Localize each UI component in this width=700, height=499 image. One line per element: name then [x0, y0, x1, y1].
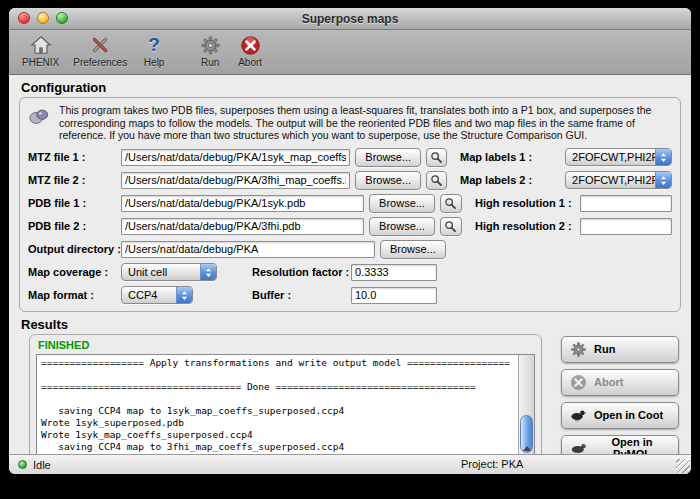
zoom-button[interactable]	[56, 12, 68, 24]
pdb-file-1-label: PDB file 1 :	[28, 197, 116, 209]
console-text: ================== Apply transformations…	[37, 355, 534, 468]
map-coverage-row: Map coverage : Unit cell Resolution fact…	[28, 263, 672, 282]
mtz-file-1-label: MTZ file 1 :	[28, 151, 116, 163]
window-title: Superpose maps	[302, 12, 399, 26]
pdb-file-1-browse-button[interactable]: Browse...	[369, 194, 435, 213]
console-output[interactable]: ================== Apply transformations…	[36, 354, 535, 468]
results-area: FINISHED ================== Apply transf…	[19, 334, 681, 475]
high-resolution-2-input[interactable]	[580, 218, 672, 235]
status-badge: FINISHED	[30, 335, 541, 354]
toolbar-abort-label: Abort	[238, 57, 262, 68]
resolution-factor-label: Resolution factor :	[252, 266, 346, 278]
toolbar-preferences-button[interactable]: Preferences	[66, 32, 134, 69]
magnifier-icon	[430, 174, 443, 187]
mtz-file-2-row: MTZ file 2 : Browse... Map labels 2 : 2F…	[28, 171, 672, 190]
toolbar-run-label: Run	[201, 57, 219, 68]
status-text: Idle	[33, 459, 51, 471]
output-directory-input[interactable]	[121, 241, 375, 258]
app-window: Superpose maps PHENIX Preferences ? Help	[9, 8, 691, 474]
dropdown-arrows-icon	[176, 287, 192, 303]
dropdown-arrows-icon	[200, 264, 216, 280]
high-resolution-1-input[interactable]	[580, 195, 672, 212]
output-directory-label: Output directory :	[28, 243, 116, 255]
resize-grip[interactable]	[676, 459, 690, 473]
close-button[interactable]	[18, 12, 30, 24]
pdb-file-1-row: PDB file 1 : Browse... High resolution 1…	[28, 194, 672, 213]
coot-bird-icon	[570, 407, 587, 424]
abort-button-label: Abort	[594, 376, 623, 388]
map-format-select[interactable]: CCP4	[121, 286, 193, 304]
help-icon: ?	[141, 33, 167, 57]
mtz-file-2-browse-button[interactable]: Browse...	[355, 171, 421, 190]
results-panel: FINISHED ================== Apply transf…	[29, 334, 542, 475]
map-coverage-select[interactable]: Unit cell	[121, 263, 217, 281]
open-in-coot-button[interactable]: Open in Coot	[561, 402, 679, 429]
tools-icon	[87, 33, 113, 57]
mtz-file-2-inspect-button[interactable]	[426, 171, 447, 190]
dropdown-arrows-icon	[655, 149, 671, 165]
magnifier-icon	[444, 220, 457, 233]
status-dot-icon	[18, 460, 27, 469]
toolbar-help-button[interactable]: ? Help	[134, 32, 174, 69]
home-icon	[28, 33, 54, 57]
map-format-row: Map format : CCP4 Buffer :	[28, 286, 672, 305]
configuration-section-title: Configuration	[21, 80, 691, 95]
titlebar[interactable]: Superpose maps	[9, 8, 691, 30]
toolbar: PHENIX Preferences ? Help	[9, 30, 691, 75]
gear-icon	[197, 33, 223, 57]
magnifier-icon	[444, 197, 457, 210]
map-labels-1-select[interactable]: 2FOFCWT,PHI2FOF...	[565, 148, 672, 166]
magnifier-icon	[430, 151, 443, 164]
mtz-file-2-input[interactable]	[121, 172, 350, 189]
pdb-file-2-input[interactable]	[121, 218, 364, 235]
open-in-coot-label: Open in Coot	[594, 409, 663, 421]
scroll-up-icon[interactable]	[523, 446, 531, 451]
map-labels-2-select[interactable]: 2FOFCWT,PHI2FOF...	[565, 171, 672, 189]
high-resolution-2-label: High resolution 2 :	[475, 220, 575, 232]
buffer-label: Buffer :	[252, 289, 346, 301]
results-button-column: Run Abort	[561, 334, 681, 475]
gear-icon	[570, 341, 587, 358]
console-scrollbar[interactable]	[518, 355, 534, 467]
mtz-file-1-row: MTZ file 1 : Browse... Map labels 1 : 2F…	[28, 148, 672, 167]
high-resolution-1-label: High resolution 1 :	[475, 197, 575, 209]
statusbar: Idle Project: PKA	[9, 454, 691, 474]
toolbar-run-button[interactable]: Run	[190, 32, 230, 69]
map-format-label: Map format :	[28, 289, 116, 301]
abort-icon	[570, 374, 587, 391]
toolbar-abort-button[interactable]: Abort	[230, 32, 270, 69]
program-description: This program takes two PDB files, superp…	[59, 104, 671, 142]
run-button[interactable]: Run	[561, 336, 679, 363]
toolbar-phenix-label: PHENIX	[22, 57, 59, 68]
pdb-file-1-inspect-button[interactable]	[440, 194, 462, 213]
map-labels-2-label: Map labels 2 :	[460, 174, 560, 186]
pdb-file-2-label: PDB file 2 :	[28, 220, 116, 232]
pdb-file-2-inspect-button[interactable]	[440, 217, 462, 236]
pdb-file-2-row: PDB file 2 : Browse... High resolution 2…	[28, 217, 672, 236]
results-section-title: Results	[21, 317, 691, 332]
configuration-panel: This program takes two PDB files, superp…	[19, 97, 681, 312]
abort-icon	[237, 33, 263, 57]
mtz-file-1-input[interactable]	[121, 149, 350, 166]
pdb-file-1-input[interactable]	[121, 195, 364, 212]
mtz-file-1-browse-button[interactable]: Browse...	[355, 148, 421, 167]
run-button-label: Run	[594, 343, 615, 355]
mtz-file-1-inspect-button[interactable]	[426, 148, 447, 167]
program-icon	[28, 106, 50, 132]
window-controls	[18, 12, 68, 24]
toolbar-preferences-label: Preferences	[73, 57, 127, 68]
resolution-factor-input[interactable]	[351, 264, 437, 281]
mtz-file-2-label: MTZ file 2 :	[28, 174, 116, 186]
map-labels-1-label: Map labels 1 :	[460, 151, 560, 163]
pdb-file-2-browse-button[interactable]: Browse...	[369, 217, 435, 236]
toolbar-phenix-button[interactable]: PHENIX	[15, 32, 66, 69]
output-directory-row: Output directory : Browse...	[28, 240, 672, 259]
project-label: Project: PKA	[461, 458, 523, 470]
toolbar-help-label: Help	[144, 57, 165, 68]
buffer-input[interactable]	[351, 287, 437, 304]
map-coverage-label: Map coverage :	[28, 266, 116, 278]
output-directory-browse-button[interactable]: Browse...	[380, 240, 446, 259]
minimize-button[interactable]	[37, 12, 49, 24]
dropdown-arrows-icon	[655, 172, 671, 188]
abort-button[interactable]: Abort	[561, 369, 679, 396]
